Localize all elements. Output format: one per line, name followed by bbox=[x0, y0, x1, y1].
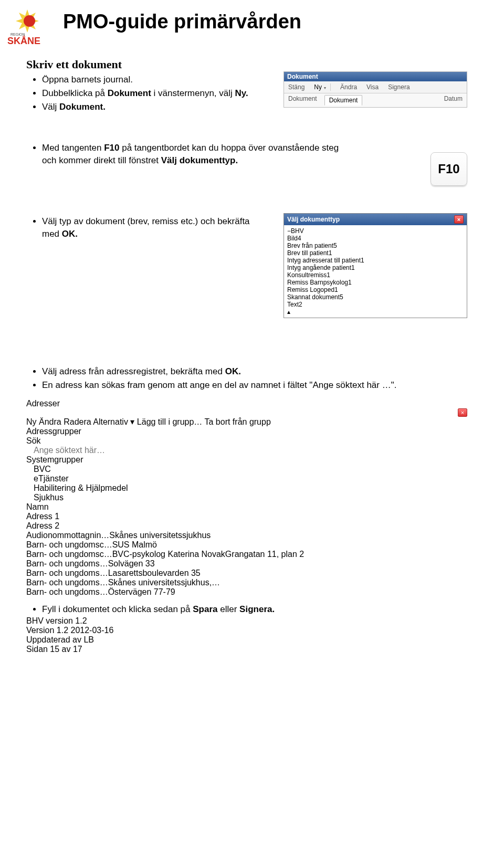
toolbar-btn-new[interactable]: Ny bbox=[314, 83, 331, 91]
scrollbar[interactable]: ▴ bbox=[287, 308, 465, 315]
doctype-row[interactable]: Intyg angående patient1 bbox=[287, 264, 465, 271]
tree-item-sok[interactable]: Sök bbox=[26, 436, 467, 446]
search-hint[interactable]: Ange söktext här… bbox=[34, 446, 467, 455]
skane-logo: REGION SKÅNE bbox=[6, 5, 48, 47]
address-row[interactable]: Barn- och ungdomsc…SUS Malmö bbox=[26, 540, 467, 550]
scroll-up-icon[interactable]: ▴ bbox=[287, 308, 465, 315]
doctype-row[interactable]: Bild4 bbox=[287, 235, 465, 242]
col-adress1[interactable]: Adress 1 bbox=[26, 512, 467, 521]
list-item: Med tangenten F10 på tangentbordet kan d… bbox=[42, 142, 352, 167]
toolbar-tabs: Dokument Dokument Datum bbox=[284, 93, 467, 107]
col-namn[interactable]: Namn bbox=[26, 502, 467, 512]
address-row[interactable]: Barn- och ungdoms…Östervägen 77-79 bbox=[26, 587, 467, 597]
adresser-columns: Namn Adress 1 Adress 2 bbox=[26, 502, 467, 531]
svg-text:SKÅNE: SKÅNE bbox=[7, 36, 40, 46]
col-datum: Datum bbox=[444, 95, 463, 106]
tree-root[interactable]: − BHV bbox=[287, 227, 465, 235]
address-row[interactable]: Barn- och ungdoms…Lasarettsboulevarden 3… bbox=[26, 569, 467, 578]
list-item: En adress kan sökas fram genom att ange … bbox=[42, 379, 467, 392]
close-icon[interactable]: × bbox=[458, 408, 467, 417]
page-main-title: PMO-guide primärvården bbox=[63, 10, 301, 33]
address-row[interactable]: Barn- och ungdoms…Solvägen 33 bbox=[26, 559, 467, 569]
doctype-row[interactable]: Text2 bbox=[287, 301, 465, 308]
dialog-title: Välj dokumenttyp bbox=[287, 216, 340, 223]
address-row[interactable]: Barn- och ungdomsc…BVC-psykolog Katerina… bbox=[26, 550, 467, 559]
tree-item-bvc[interactable]: BVC bbox=[34, 465, 467, 474]
adr-btn-lagg-till[interactable]: Lägg till i grupp… bbox=[137, 417, 203, 426]
adresser-toolbar: Ny Ändra Radera Alternativ ▾ Lägg till i… bbox=[26, 417, 467, 427]
instruction-list-2: Med tangenten F10 på tangentbordet kan d… bbox=[42, 142, 352, 167]
adr-btn-radera[interactable]: Radera bbox=[64, 417, 91, 426]
screenshot-adresser: Adresser × Ny Ändra Radera Alternativ ▾ … bbox=[26, 399, 467, 597]
footer-page-number: Sidan 15 av 17 bbox=[26, 645, 467, 654]
footer-left: BHV version 1.2 Version 1.2 2012-03-16 U… bbox=[26, 616, 467, 645]
section-title: Skriv ett dokument bbox=[26, 58, 467, 71]
tab-dokument-active[interactable]: Dokument bbox=[324, 95, 363, 106]
instruction-list-1: Öppna barnets journal. Dubbelklicka på D… bbox=[42, 73, 278, 113]
doctype-row[interactable]: Remiss Logoped1 bbox=[287, 286, 465, 293]
doctype-row[interactable]: Brev till patient1 bbox=[287, 249, 465, 257]
tree-item-etjanster[interactable]: eTjänster bbox=[34, 474, 467, 483]
svg-point-0 bbox=[24, 15, 35, 27]
adressgrupper-header: Adressgrupper bbox=[26, 427, 467, 436]
address-row[interactable]: Barn- och ungdoms…Skånes universitetssju… bbox=[26, 578, 467, 587]
doctype-row[interactable]: Konsultremiss1 bbox=[287, 271, 465, 279]
toolbar-btn-view[interactable]: Visa bbox=[366, 83, 379, 91]
list-item: Välj typ av dokument (brev, remiss etc.)… bbox=[42, 215, 252, 240]
adr-btn-alternativ[interactable]: Alternativ ▾ bbox=[93, 417, 134, 426]
instruction-list-4: Välj adress från adressregistret, bekräf… bbox=[42, 365, 467, 392]
tab-dokument-1[interactable]: Dokument bbox=[288, 95, 317, 106]
instruction-list-6: Fyll i dokumentet och klicka sedan på Sp… bbox=[42, 603, 467, 616]
list-item: Välj adress från adressregistret, bekräf… bbox=[42, 365, 467, 378]
dialog-title-adresser: Adresser bbox=[26, 399, 60, 408]
doctype-row[interactable]: Remiss Barnpsykolog1 bbox=[287, 279, 465, 286]
f10-key-icon: F10 bbox=[430, 152, 467, 186]
list-item: Fyll i dokumentet och klicka sedan på Sp… bbox=[42, 603, 467, 616]
toolbar-btn-close[interactable]: Stäng bbox=[288, 83, 304, 91]
instruction-list-3: Välj typ av dokument (brev, remiss etc.)… bbox=[42, 215, 252, 240]
list-item: Välj Dokument. bbox=[42, 101, 278, 113]
toolbar-buttons: Stäng Ny Ändra Visa Signera bbox=[284, 81, 467, 93]
col-adress2[interactable]: Adress 2 bbox=[26, 521, 467, 531]
adr-btn-ny[interactable]: Ny bbox=[26, 417, 37, 426]
tree-item-systemgrupper[interactable]: Systemgrupper bbox=[26, 455, 467, 465]
screenshot-valj-dokumenttyp: Välj dokumenttyp × − BHV Bild4Brev från … bbox=[284, 213, 467, 318]
toolbar-btn-sign[interactable]: Signera bbox=[388, 83, 410, 91]
screenshot-dokument-toolbar: Dokument Stäng Ny Ändra Visa Signera Dok… bbox=[284, 71, 467, 108]
adr-btn-ta-bort: Ta bort från grupp bbox=[205, 417, 271, 426]
tree-item-sjukhus[interactable]: Sjukhus bbox=[34, 493, 467, 502]
close-icon[interactable]: × bbox=[454, 215, 464, 224]
doctype-row[interactable]: Brev från patient5 bbox=[287, 242, 465, 249]
list-item: Dubbelklicka på Dokument i vänstermenyn,… bbox=[42, 87, 278, 100]
collapse-icon[interactable]: − bbox=[287, 227, 291, 235]
toolbar-title: Dokument bbox=[284, 72, 467, 81]
address-row[interactable]: Audionommottagnin…Skånes universitetssju… bbox=[26, 531, 467, 540]
doctype-row[interactable]: Intyg adresserat till patient1 bbox=[287, 257, 465, 264]
tree-item-habilitering[interactable]: Habilitering & Hjälpmedel bbox=[34, 483, 467, 493]
toolbar-btn-edit[interactable]: Ändra bbox=[340, 83, 357, 91]
adr-btn-andra[interactable]: Ändra bbox=[39, 417, 61, 426]
list-item: Öppna barnets journal. bbox=[42, 73, 278, 86]
doctype-row[interactable]: Skannat dokument5 bbox=[287, 293, 465, 301]
